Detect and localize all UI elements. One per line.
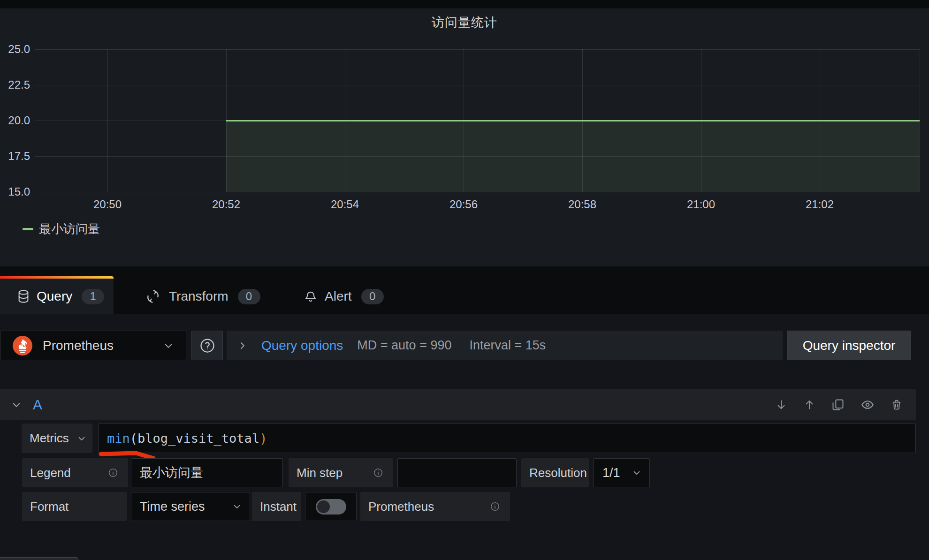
- grid-line-y: [35, 192, 920, 192]
- transform-icon: [145, 289, 160, 304]
- tab-transform-count-badge: 0: [238, 289, 260, 304]
- promql-query-input[interactable]: min(blog_visit_total): [98, 424, 916, 453]
- disable-query-eye-icon[interactable]: [860, 398, 875, 412]
- bell-icon: [304, 289, 317, 303]
- x-axis-tick-label: 20:50: [93, 198, 122, 211]
- grid-line-x: [920, 49, 920, 192]
- move-query-up-icon[interactable]: [803, 399, 815, 411]
- datasource-name: Prometheus: [43, 338, 114, 353]
- info-icon[interactable]: [108, 468, 118, 478]
- query-ref-id: A: [33, 397, 42, 413]
- chevron-down-icon: [162, 340, 175, 352]
- help-circle-icon: [199, 337, 216, 354]
- x-axis-tick-label: 20:52: [212, 198, 240, 211]
- chevron-down-icon: [632, 468, 642, 478]
- tab-transform[interactable]: Transform 0: [145, 279, 260, 314]
- query-options-bar[interactable]: Query options MD = auto = 990 Interval =…: [227, 331, 783, 360]
- chart-plot-area: 25.022.520.017.515.020:5020:5220:5420:56…: [0, 0, 929, 266]
- query-row-header[interactable]: A: [0, 389, 916, 420]
- chevron-down-icon: [76, 433, 87, 444]
- legend-series-label[interactable]: 最小访问量: [39, 221, 100, 237]
- exemplars-label-box: Prometheus: [360, 492, 510, 521]
- collapse-chevron-icon[interactable]: [10, 399, 23, 411]
- duplicate-query-icon[interactable]: [831, 398, 845, 411]
- x-axis-tick-label: 21:02: [806, 198, 834, 211]
- metrics-label: Metrics: [30, 431, 69, 446]
- tab-query-count-badge: 1: [82, 289, 104, 304]
- query-metric-token: blog_visit_total: [137, 431, 259, 446]
- toggle-knob: [317, 500, 330, 513]
- query-options-label[interactable]: Query options: [261, 338, 343, 353]
- tab-query-label: Query: [37, 289, 72, 304]
- interval-text: Interval = 15s: [469, 338, 546, 353]
- y-axis-tick-label: 17.5: [0, 150, 30, 162]
- max-data-points-text: MD = auto = 990: [357, 338, 451, 353]
- move-query-down-icon[interactable]: [775, 399, 787, 411]
- tab-alert-label: Alert: [325, 289, 352, 304]
- query-inspector-label: Query inspector: [803, 338, 896, 353]
- y-axis-tick-label: 22.5: [0, 79, 30, 91]
- bottom-partial-element: [0, 557, 79, 560]
- query-inspector-button[interactable]: Query inspector: [787, 331, 911, 360]
- database-icon: [16, 289, 30, 304]
- tab-query[interactable]: Query 1: [16, 279, 104, 314]
- min-step-label-box: Min step: [289, 458, 393, 487]
- delete-query-trash-icon[interactable]: [891, 399, 903, 411]
- legend-series-dash: [23, 228, 33, 230]
- datasource-picker[interactable]: Prometheus: [0, 331, 186, 360]
- grid-line-y: [35, 85, 920, 85]
- x-axis-tick-label: 20:58: [568, 198, 596, 211]
- instant-toggle-container: [305, 492, 357, 521]
- editor-tab-bar: [0, 266, 929, 314]
- tab-transform-label: Transform: [169, 289, 228, 304]
- chevron-right-icon: [237, 340, 248, 351]
- resolution-label-box: Resolution: [521, 458, 589, 487]
- x-axis-tick-label: 21:00: [687, 198, 715, 211]
- tab-alert-count-badge: 0: [361, 289, 384, 304]
- format-select[interactable]: Time series: [131, 492, 250, 521]
- info-icon[interactable]: [490, 501, 500, 512]
- x-axis-tick-label: 20:54: [331, 198, 359, 211]
- y-axis-tick-label: 25.0: [0, 43, 30, 55]
- grid-line-y: [35, 49, 920, 50]
- resolution-select[interactable]: 1/1: [594, 458, 650, 487]
- info-icon[interactable]: [373, 468, 383, 478]
- grid-line-x: [107, 49, 108, 192]
- series-area-fill: [226, 121, 920, 192]
- series-line: [226, 120, 920, 121]
- query-function-token: min: [107, 431, 130, 446]
- chart-legend[interactable]: 最小访问量: [23, 220, 100, 237]
- instant-label-box: Instant: [252, 492, 301, 521]
- y-axis-tick-label: 15.0: [0, 186, 30, 198]
- metrics-dropdown[interactable]: Metrics: [22, 424, 92, 453]
- tab-alert[interactable]: Alert 0: [304, 279, 384, 314]
- grafana-panel-editor: 访问量统计 25.022.520.017.515.020:5020:5220:5…: [0, 0, 929, 560]
- prometheus-logo-icon: [13, 336, 32, 356]
- min-step-input[interactable]: [397, 458, 517, 487]
- datasource-help-button[interactable]: [191, 331, 223, 360]
- x-axis-tick-label: 20:56: [449, 198, 478, 211]
- format-label-box: Format: [22, 492, 127, 521]
- instant-toggle[interactable]: [316, 499, 346, 515]
- chevron-down-icon: [232, 501, 242, 512]
- legend-format-input[interactable]: 最小访问量: [131, 458, 283, 487]
- y-axis-tick-label: 20.0: [0, 114, 30, 127]
- legend-option-label-box: Legend: [22, 458, 128, 487]
